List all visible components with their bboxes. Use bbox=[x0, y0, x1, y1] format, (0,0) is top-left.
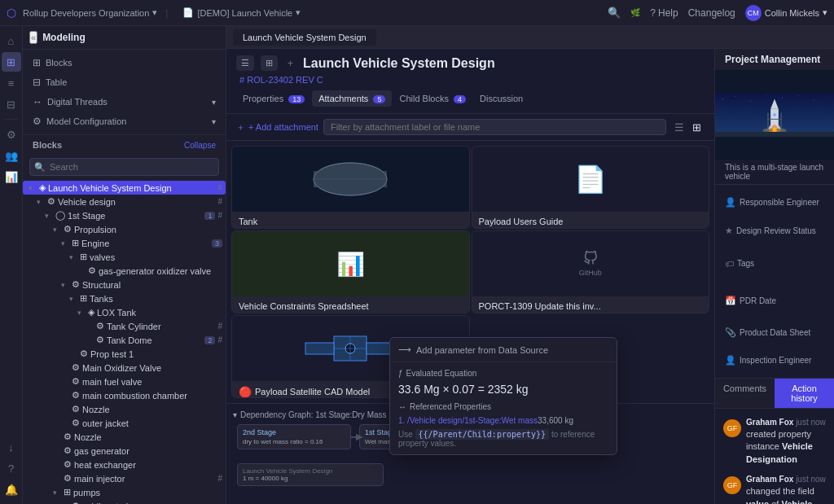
block-tree: ▾ ◈ Launch Vehicle System Design # ▾ ⚙ V… bbox=[23, 179, 226, 504]
tree-arrow-icon: ▾ bbox=[45, 212, 53, 220]
attachment-card-github[interactable]: GitHub PORCT-1309 Update this inv... May… bbox=[472, 230, 710, 313]
tree-item-gas-generator2[interactable]: ⚙ gas generator bbox=[23, 444, 226, 458]
block-view-toggle-list[interactable]: ☰ bbox=[236, 55, 254, 71]
rail-icon-help2[interactable]: ? bbox=[2, 458, 21, 478]
activity-text: changed the field value of Vehicle Label… bbox=[746, 485, 826, 504]
right-pane: Project Management bbox=[715, 49, 834, 504]
sidebar-item-table[interactable]: ⊟ Table bbox=[23, 72, 226, 92]
block-view-toggle-grid[interactable]: ⊞ bbox=[261, 55, 278, 71]
tree-item-valves[interactable]: ▾ ⊞ valves bbox=[23, 250, 226, 264]
tree-item-oxidizer-turbo[interactable]: ⚙ oxidizer turbopump bbox=[23, 499, 226, 504]
block-tab-discussion[interactable]: Discussion bbox=[473, 90, 529, 107]
rail-icon-modeling[interactable]: ⊞ bbox=[2, 52, 21, 72]
sidebar-search-icon: 🔍 bbox=[34, 162, 46, 173]
demo-selector[interactable]: 📄 [DEMO] Launch Vehicle ▾ bbox=[182, 7, 301, 18]
activity-content: Graham Fox just now created property ins… bbox=[746, 418, 826, 466]
content-tab-launch-vehicle[interactable]: Launch Vehicle System Design bbox=[233, 29, 376, 46]
rail-icon-home[interactable]: ⌂ bbox=[2, 31, 21, 50]
tree-item-gas-generator[interactable]: ⚙ gas-generator oxidizer valve bbox=[23, 264, 226, 278]
attachment-card-payload-guide[interactable]: 📄 Payload Users Guide 5.0 MB · May 17, 2… bbox=[472, 146, 710, 229]
rail-icon-list[interactable]: ≡ bbox=[2, 73, 21, 93]
search-icon[interactable]: 🔍 bbox=[608, 7, 621, 19]
help-icon: ? bbox=[650, 7, 656, 19]
sidebar-search-input[interactable] bbox=[29, 158, 219, 176]
popup-ref-item[interactable]: 1. /Vehicle design/1st-Stage:Wet mass33,… bbox=[398, 416, 608, 425]
rail-icon-analytics[interactable]: 📊 bbox=[2, 167, 21, 186]
block-detail-pane: ☰ ⊞ + Launch Vehicle System Design # ROL… bbox=[226, 49, 715, 504]
org-selector[interactable]: Rollup Developers Organization ▾ bbox=[23, 7, 157, 18]
view-grid-button[interactable]: ⊞ bbox=[689, 120, 705, 135]
tree-item-heat-exchanger[interactable]: ⚙ heat exchanger bbox=[23, 458, 226, 471]
attachment-menu-icon[interactable]: ••• bbox=[691, 313, 702, 313]
activity-item: GF Graham Fox just now changed the field… bbox=[723, 471, 826, 504]
block-tab-child-blocks[interactable]: Child Blocks 4 bbox=[393, 90, 472, 107]
pf-tags: 🏷 Tags Full System Design ✕ bbox=[715, 245, 834, 283]
attachment-menu-icon[interactable]: ••• bbox=[451, 228, 463, 229]
sidebar-item-model-config[interactable]: ⚙ Model Configuration ▾ bbox=[23, 112, 226, 131]
tree-item-propulsion[interactable]: ▾ ⚙ Propulsion bbox=[23, 222, 226, 236]
attachment-menu-icon[interactable]: ••• bbox=[691, 228, 702, 229]
popup-header-label: Add parameter from Data Source bbox=[416, 345, 548, 355]
block-tab-attachments[interactable]: Attachments 5 bbox=[312, 90, 392, 107]
rail-icon-users[interactable]: 👥 bbox=[2, 146, 21, 165]
help-button[interactable]: ? Help bbox=[650, 7, 678, 19]
attachment-info-pdf: Payload Users Guide 5.0 MB · May 17, 202… bbox=[472, 212, 709, 229]
tree-item-main-oxidizer[interactable]: ⚙ Main Oxidizer Valve bbox=[23, 361, 226, 375]
attachment-card-tank[interactable]: Tank 176.3 kB · May 17, 2024 G ••• bbox=[231, 146, 470, 229]
sidebar-item-blocks[interactable]: ⊞ Blocks bbox=[23, 53, 226, 72]
tree-item-nozzle1[interactable]: ⚙ Nozzle bbox=[23, 402, 226, 416]
collapse-link[interactable]: Collapse bbox=[184, 141, 216, 150]
tree-item-vehicle-design[interactable]: ▾ ⚙ Vehicle design # bbox=[23, 195, 226, 208]
attachment-avatar: A bbox=[661, 229, 673, 230]
tree-item-launch-vehicle[interactable]: ▾ ◈ Launch Vehicle System Design # bbox=[23, 181, 226, 195]
popup-header-icon: ⟶ bbox=[398, 344, 411, 355]
tree-item-tank-dome[interactable]: ⚙ Tank Dome 2 # bbox=[23, 333, 226, 347]
tree-item-pumps[interactable]: ▾ ⊞ pumps bbox=[23, 485, 226, 499]
attachment-card-vehicle-constraints[interactable]: 📊 Vehicle Constraints Spreadsheet May 17… bbox=[231, 230, 470, 313]
tree-item-main-combustion[interactable]: ⚙ main combustion chamber bbox=[23, 388, 226, 402]
tree-arrow-icon: ▾ bbox=[61, 239, 69, 248]
attachment-avatar-2: G bbox=[676, 229, 687, 230]
topbar-right: 🔍 🌿 ? Help Changelog CM Collin Mickels ▾ bbox=[608, 5, 827, 21]
tree-node-icon: ⚙ bbox=[96, 335, 104, 345]
rail-icon-notification[interactable]: 🔔 bbox=[2, 480, 21, 499]
tree-item-main-injector[interactable]: ⚙ main injector # bbox=[23, 471, 226, 485]
tree-item-outer-jacket[interactable]: ⚙ outer jacket bbox=[23, 416, 226, 430]
table-icon: ⊟ bbox=[33, 77, 41, 88]
rail-icon-download[interactable]: ↓ bbox=[2, 437, 21, 457]
rail-icon-grid[interactable]: ⊟ bbox=[2, 94, 21, 114]
dep-graph-collapse-icon[interactable]: ▾ bbox=[233, 410, 237, 419]
sidebar-item-digital-threads[interactable]: ↔ Digital Threads ▾ bbox=[23, 92, 226, 112]
tree-item-engine[interactable]: ▾ ⊞ Engine 3 bbox=[23, 236, 226, 250]
attachment-menu-icon[interactable]: ••• bbox=[451, 313, 463, 313]
pf-inspection-engineer: 👤 Inspection Engineer Collin Mickels ✕ bbox=[715, 346, 834, 375]
tree-node-icon: ⚙ bbox=[96, 321, 104, 331]
user-menu[interactable]: CM Collin Mickels ▾ bbox=[745, 5, 827, 21]
attachment-filter-input[interactable] bbox=[323, 119, 666, 135]
tree-item-tanks[interactable]: ▾ ⊞ Tanks bbox=[23, 291, 226, 305]
blocks-icon: ⊞ bbox=[33, 57, 41, 68]
add-attachment-button[interactable]: ＋ + Add attachment bbox=[236, 121, 318, 134]
svg-point-12 bbox=[735, 96, 735, 97]
view-list-button[interactable]: ☰ bbox=[671, 120, 687, 135]
tree-item-main-fuel[interactable]: ⚙ main fuel valve bbox=[23, 375, 226, 388]
tree-node-icon: ⚙ bbox=[72, 418, 80, 428]
popup-body: ƒ Evaluated Equation 33.6 Mg × 0.07 = 23… bbox=[390, 362, 617, 454]
block-id[interactable]: # ROL-23402 REV C bbox=[239, 75, 323, 85]
changelog-button[interactable]: Changelog bbox=[688, 7, 735, 19]
project-caption: This is a multi-stage launch vehicle bbox=[715, 160, 834, 185]
rail-icon-settings[interactable]: ⚙ bbox=[2, 125, 21, 144]
rollup-logo-icon: ⬡ bbox=[7, 7, 16, 20]
tree-item-lox-tank[interactable]: ▾ ◈ LOX Tank bbox=[23, 305, 226, 319]
attachment-preview-github: GitHub bbox=[472, 231, 709, 296]
tree-item-prop-test[interactable]: ⚙ Prop test 1 bbox=[23, 347, 226, 361]
block-tab-properties[interactable]: Properties 13 bbox=[236, 90, 311, 107]
activity-tab-history[interactable]: Action history bbox=[775, 379, 834, 408]
sidebar-collapse-button[interactable]: « bbox=[29, 31, 37, 44]
block-tabs: Properties 13 Attachments 5 Child Blocks… bbox=[236, 90, 705, 107]
tree-item-structural[interactable]: ▾ ⚙ Structural bbox=[23, 278, 226, 291]
tree-item-1st-stage[interactable]: ▾ ◯ 1st Stage 1 # bbox=[23, 208, 226, 222]
activity-tab-comments[interactable]: Comments bbox=[715, 379, 775, 408]
tree-item-tank-cylinder[interactable]: ⚙ Tank Cylinder # bbox=[23, 319, 226, 333]
tree-item-nozzle2[interactable]: ⚙ Nozzle bbox=[23, 430, 226, 444]
